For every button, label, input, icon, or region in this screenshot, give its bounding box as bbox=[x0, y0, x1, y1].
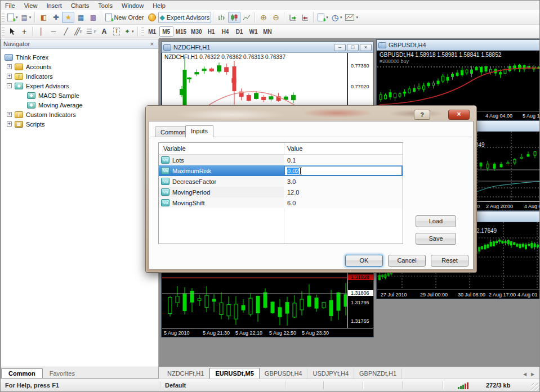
navigator-button[interactable]: ★ bbox=[62, 12, 74, 23]
close-button[interactable]: × bbox=[360, 44, 372, 51]
navigator-titlebar[interactable]: Navigator × bbox=[1, 39, 158, 49]
chart-tab-usdjpy[interactable]: USDJPYt,H4 bbox=[307, 368, 354, 379]
table-row-movingshift[interactable]: VaMovingShift 6.0 bbox=[159, 197, 403, 208]
tree-item-scripts[interactable]: + ▩ Scripts bbox=[1, 119, 158, 129]
periods-button[interactable]: ◷ ▾ bbox=[330, 12, 344, 23]
tab-scroll-right-icon[interactable]: ▶ bbox=[529, 372, 536, 377]
timeframe-m15[interactable]: M15 bbox=[173, 26, 189, 37]
horizontal-line-button[interactable]: ─ bbox=[47, 26, 60, 37]
restore-button[interactable]: □ bbox=[347, 44, 359, 51]
minimize-button[interactable]: – bbox=[334, 44, 346, 51]
scripts-icon: ▩ bbox=[15, 121, 23, 128]
chart-plot[interactable]: GBPUSDt,H4 1.58918 1.58981 1.58841 1.588… bbox=[377, 51, 539, 111]
help-button[interactable]: ? bbox=[414, 110, 430, 120]
tree-item-indicators[interactable]: + ƒ Indicators bbox=[1, 71, 158, 81]
time-axis[interactable]: 5 Aug 2010 5 Aug 21:30 5 Aug 22:10 5 Aug… bbox=[162, 328, 373, 336]
reset-button[interactable]: Reset bbox=[431, 255, 468, 267]
menu-window[interactable]: Window bbox=[117, 2, 148, 10]
terminal-button[interactable]: ▦ bbox=[74, 12, 87, 23]
menu-tools[interactable]: Tools bbox=[93, 2, 117, 10]
close-icon[interactable]: × bbox=[148, 40, 156, 48]
ok-button[interactable]: OK bbox=[345, 255, 383, 267]
dialog-tab-inputs[interactable]: Inputs bbox=[185, 125, 213, 137]
toolbar-grip[interactable] bbox=[141, 27, 144, 36]
menu-help[interactable]: Help bbox=[148, 2, 170, 10]
chart-tab-gbpusd[interactable]: GBPUSDt,H4 bbox=[260, 368, 308, 379]
timeframe-m30[interactable]: M30 bbox=[189, 26, 204, 37]
value-edit-field[interactable]: 0.02 bbox=[284, 166, 402, 175]
bar-chart-button[interactable] bbox=[216, 12, 228, 23]
toolbar-grip[interactable] bbox=[2, 27, 5, 36]
toolbar-grip[interactable] bbox=[2, 13, 5, 22]
tree-item-accounts[interactable]: + Accounts bbox=[1, 62, 158, 71]
status-traffic: 272/3 kb bbox=[486, 382, 510, 389]
load-button[interactable]: Load bbox=[416, 215, 456, 227]
close-button[interactable]: × bbox=[448, 110, 470, 120]
expand-icon[interactable]: + bbox=[7, 64, 12, 69]
navigator-tab-common[interactable]: Common bbox=[1, 368, 43, 378]
fibonacci-button[interactable]: ☰F bbox=[84, 26, 98, 37]
text-button[interactable]: A bbox=[98, 26, 110, 37]
chart-shift-button[interactable] bbox=[299, 12, 311, 23]
tree-item-think-forex[interactable]: Think Forex bbox=[1, 52, 158, 62]
profiles-button[interactable]: ▤ ▾ bbox=[20, 12, 33, 23]
market-watch-button[interactable]: ◧ bbox=[37, 12, 50, 23]
expert-advisors-button[interactable]: ◆ Expert Advisors bbox=[158, 12, 212, 23]
candlestick-chart-button[interactable] bbox=[228, 12, 240, 23]
tree-item-moving-average[interactable]: ◆ Moving Average bbox=[1, 100, 158, 110]
time-axis[interactable]: 27 Jul 2010 29 Jul 00:00 30 Jul 08:00 2 … bbox=[377, 290, 539, 298]
status-profile[interactable]: Default bbox=[165, 382, 186, 389]
indicators-button[interactable]: + ▾ bbox=[316, 12, 330, 23]
tree-item-expert-advisors[interactable]: - ◆ Expert Advisors bbox=[1, 81, 158, 91]
text-label-button[interactable]: T bbox=[110, 26, 123, 37]
menu-charts[interactable]: Charts bbox=[66, 2, 93, 10]
channel-button[interactable]: ╱╱E bbox=[72, 26, 84, 37]
resize-grip[interactable] bbox=[531, 383, 539, 391]
trendline-button[interactable]: ╱ bbox=[60, 26, 72, 37]
auto-scroll-button[interactable] bbox=[287, 12, 299, 23]
timeframe-mn[interactable]: MN bbox=[261, 26, 275, 37]
dropdown-arrow-icon: ▾ bbox=[340, 15, 342, 20]
chart-tab-eurusd[interactable]: EURUSDt,M5 bbox=[209, 368, 259, 379]
timeframe-h1[interactable]: H1 bbox=[204, 26, 218, 37]
expand-icon[interactable]: + bbox=[7, 121, 12, 127]
timeframe-h4[interactable]: H4 bbox=[218, 26, 233, 37]
menu-file[interactable]: File bbox=[1, 2, 20, 10]
expand-icon[interactable]: + bbox=[7, 112, 12, 117]
cancel-button[interactable]: Cancel bbox=[388, 255, 426, 267]
window-titlebar[interactable]: GBPUSDt,H4 bbox=[377, 40, 539, 51]
cursor-button[interactable] bbox=[6, 26, 18, 37]
templates-button[interactable]: ▾ bbox=[343, 12, 360, 23]
timeframe-m5[interactable]: M5 bbox=[159, 26, 173, 37]
timeframe-w1[interactable]: W1 bbox=[247, 26, 261, 37]
table-row-movingperiod[interactable]: VaMovingPeriod 12.0 bbox=[159, 187, 403, 197]
data-window-button[interactable]: ✚ bbox=[50, 12, 62, 23]
zoom-in-button[interactable]: ⊕ bbox=[257, 12, 270, 23]
new-chart-button[interactable]: + ▾ bbox=[6, 12, 20, 23]
collapse-icon[interactable]: - bbox=[7, 83, 12, 88]
timeframe-m1[interactable]: M1 bbox=[145, 26, 159, 37]
table-row-lots[interactable]: VaLots 0.1 bbox=[159, 155, 403, 165]
tree-item-custom-indicators[interactable]: + ƒ Custom Indicators bbox=[1, 110, 158, 119]
strategy-tester-button[interactable]: ▩ bbox=[87, 12, 99, 23]
vertical-line-button[interactable]: │ bbox=[35, 26, 47, 37]
tab-scroll-left-icon[interactable]: ◀ bbox=[521, 372, 528, 377]
save-button[interactable]: Save bbox=[416, 233, 456, 245]
menu-insert[interactable]: Insert bbox=[42, 2, 66, 10]
window-titlebar[interactable]: NZDCHFt,H1 – □ × bbox=[162, 42, 373, 53]
tree-item-macd-sample[interactable]: ◆ MACD Sample bbox=[1, 91, 158, 100]
expand-icon[interactable]: + bbox=[7, 74, 12, 79]
crosshair-button[interactable]: + bbox=[18, 26, 30, 37]
arrows-button[interactable]: ✦▾ bbox=[123, 26, 136, 37]
line-chart-button[interactable] bbox=[240, 12, 253, 23]
navigator-tab-favorites[interactable]: Favorites bbox=[43, 369, 82, 378]
menu-view[interactable]: View bbox=[20, 2, 42, 10]
table-row-decreasefactor[interactable]: VaDecreaseFactor 3.0 bbox=[159, 176, 403, 187]
new-order-button[interactable]: + New Order bbox=[104, 12, 145, 23]
chart-tab-nzdchf[interactable]: NZDCHFt,H1 bbox=[162, 368, 209, 379]
table-row-maximumrisk[interactable]: VaMaximumRisk 0.02 bbox=[159, 165, 403, 176]
timeframe-d1[interactable]: D1 bbox=[233, 26, 247, 37]
metaeditor-button[interactable]: ! bbox=[146, 12, 158, 23]
zoom-out-button[interactable]: ⊖ bbox=[270, 12, 282, 23]
chart-tab-gbpnzd[interactable]: GBPNZDt,H1 bbox=[354, 368, 402, 379]
